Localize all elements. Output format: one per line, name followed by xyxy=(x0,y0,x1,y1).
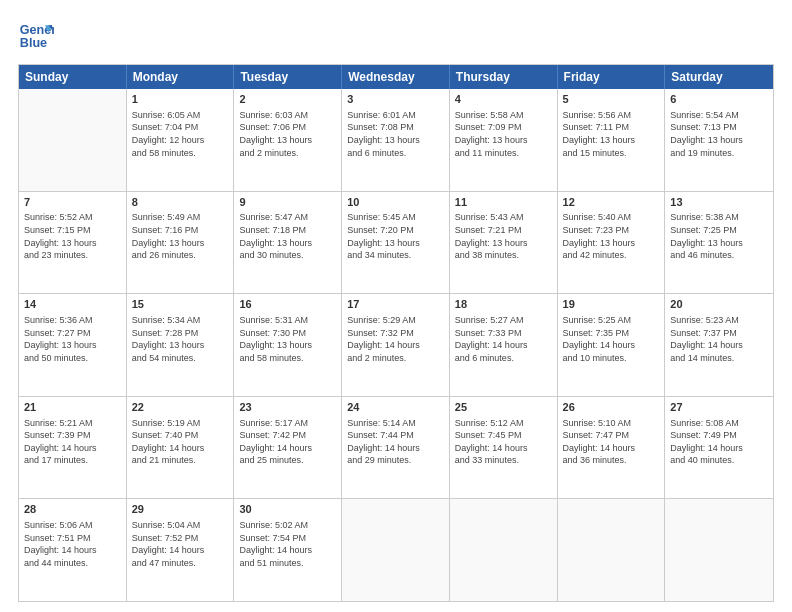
calendar-row-4: 21Sunrise: 5:21 AM Sunset: 7:39 PM Dayli… xyxy=(19,397,773,500)
cell-info: Sunrise: 5:25 AM Sunset: 7:35 PM Dayligh… xyxy=(563,314,660,364)
calendar-cell: 1Sunrise: 6:05 AM Sunset: 7:04 PM Daylig… xyxy=(127,89,235,191)
cell-date-number: 5 xyxy=(563,92,660,107)
calendar-cell: 30Sunrise: 5:02 AM Sunset: 7:54 PM Dayli… xyxy=(234,499,342,601)
cell-date-number: 23 xyxy=(239,400,336,415)
cell-info: Sunrise: 5:52 AM Sunset: 7:15 PM Dayligh… xyxy=(24,211,121,261)
cell-date-number: 6 xyxy=(670,92,768,107)
calendar-row-2: 7Sunrise: 5:52 AM Sunset: 7:15 PM Daylig… xyxy=(19,192,773,295)
calendar-cell: 2Sunrise: 6:03 AM Sunset: 7:06 PM Daylig… xyxy=(234,89,342,191)
cell-info: Sunrise: 5:06 AM Sunset: 7:51 PM Dayligh… xyxy=(24,519,121,569)
calendar-row-1: 1Sunrise: 6:05 AM Sunset: 7:04 PM Daylig… xyxy=(19,89,773,192)
cell-date-number: 17 xyxy=(347,297,444,312)
cell-date-number: 16 xyxy=(239,297,336,312)
cell-date-number: 1 xyxy=(132,92,229,107)
header-day-sunday: Sunday xyxy=(19,65,127,89)
page: General Blue SundayMondayTuesdayWednesda… xyxy=(0,0,792,612)
cell-info: Sunrise: 5:47 AM Sunset: 7:18 PM Dayligh… xyxy=(239,211,336,261)
calendar-cell: 23Sunrise: 5:17 AM Sunset: 7:42 PM Dayli… xyxy=(234,397,342,499)
header: General Blue xyxy=(18,18,774,54)
cell-date-number: 7 xyxy=(24,195,121,210)
calendar-row-5: 28Sunrise: 5:06 AM Sunset: 7:51 PM Dayli… xyxy=(19,499,773,601)
cell-info: Sunrise: 5:31 AM Sunset: 7:30 PM Dayligh… xyxy=(239,314,336,364)
calendar-cell: 21Sunrise: 5:21 AM Sunset: 7:39 PM Dayli… xyxy=(19,397,127,499)
calendar-cell xyxy=(665,499,773,601)
calendar-cell xyxy=(450,499,558,601)
calendar-header: SundayMondayTuesdayWednesdayThursdayFrid… xyxy=(19,65,773,89)
cell-info: Sunrise: 5:12 AM Sunset: 7:45 PM Dayligh… xyxy=(455,417,552,467)
cell-info: Sunrise: 6:01 AM Sunset: 7:08 PM Dayligh… xyxy=(347,109,444,159)
cell-date-number: 22 xyxy=(132,400,229,415)
cell-date-number: 12 xyxy=(563,195,660,210)
cell-info: Sunrise: 5:54 AM Sunset: 7:13 PM Dayligh… xyxy=(670,109,768,159)
svg-text:Blue: Blue xyxy=(20,36,47,50)
cell-date-number: 30 xyxy=(239,502,336,517)
calendar-cell: 3Sunrise: 6:01 AM Sunset: 7:08 PM Daylig… xyxy=(342,89,450,191)
calendar-cell: 4Sunrise: 5:58 AM Sunset: 7:09 PM Daylig… xyxy=(450,89,558,191)
header-day-tuesday: Tuesday xyxy=(234,65,342,89)
calendar-cell: 13Sunrise: 5:38 AM Sunset: 7:25 PM Dayli… xyxy=(665,192,773,294)
cell-info: Sunrise: 5:29 AM Sunset: 7:32 PM Dayligh… xyxy=(347,314,444,364)
calendar-cell xyxy=(342,499,450,601)
calendar-cell: 24Sunrise: 5:14 AM Sunset: 7:44 PM Dayli… xyxy=(342,397,450,499)
cell-info: Sunrise: 5:27 AM Sunset: 7:33 PM Dayligh… xyxy=(455,314,552,364)
cell-info: Sunrise: 5:34 AM Sunset: 7:28 PM Dayligh… xyxy=(132,314,229,364)
cell-info: Sunrise: 5:49 AM Sunset: 7:16 PM Dayligh… xyxy=(132,211,229,261)
header-day-wednesday: Wednesday xyxy=(342,65,450,89)
header-day-friday: Friday xyxy=(558,65,666,89)
calendar-cell: 9Sunrise: 5:47 AM Sunset: 7:18 PM Daylig… xyxy=(234,192,342,294)
cell-info: Sunrise: 5:19 AM Sunset: 7:40 PM Dayligh… xyxy=(132,417,229,467)
cell-date-number: 19 xyxy=(563,297,660,312)
calendar-cell: 5Sunrise: 5:56 AM Sunset: 7:11 PM Daylig… xyxy=(558,89,666,191)
cell-date-number: 2 xyxy=(239,92,336,107)
cell-info: Sunrise: 5:36 AM Sunset: 7:27 PM Dayligh… xyxy=(24,314,121,364)
calendar-cell: 25Sunrise: 5:12 AM Sunset: 7:45 PM Dayli… xyxy=(450,397,558,499)
calendar-cell: 15Sunrise: 5:34 AM Sunset: 7:28 PM Dayli… xyxy=(127,294,235,396)
calendar-cell: 20Sunrise: 5:23 AM Sunset: 7:37 PM Dayli… xyxy=(665,294,773,396)
cell-date-number: 27 xyxy=(670,400,768,415)
calendar-cell: 26Sunrise: 5:10 AM Sunset: 7:47 PM Dayli… xyxy=(558,397,666,499)
cell-info: Sunrise: 5:10 AM Sunset: 7:47 PM Dayligh… xyxy=(563,417,660,467)
cell-date-number: 21 xyxy=(24,400,121,415)
cell-info: Sunrise: 5:14 AM Sunset: 7:44 PM Dayligh… xyxy=(347,417,444,467)
calendar-cell: 22Sunrise: 5:19 AM Sunset: 7:40 PM Dayli… xyxy=(127,397,235,499)
cell-date-number: 25 xyxy=(455,400,552,415)
cell-date-number: 9 xyxy=(239,195,336,210)
cell-info: Sunrise: 5:40 AM Sunset: 7:23 PM Dayligh… xyxy=(563,211,660,261)
calendar-cell: 16Sunrise: 5:31 AM Sunset: 7:30 PM Dayli… xyxy=(234,294,342,396)
calendar-row-3: 14Sunrise: 5:36 AM Sunset: 7:27 PM Dayli… xyxy=(19,294,773,397)
calendar-cell xyxy=(19,89,127,191)
calendar-cell: 8Sunrise: 5:49 AM Sunset: 7:16 PM Daylig… xyxy=(127,192,235,294)
cell-date-number: 28 xyxy=(24,502,121,517)
cell-date-number: 14 xyxy=(24,297,121,312)
cell-info: Sunrise: 5:38 AM Sunset: 7:25 PM Dayligh… xyxy=(670,211,768,261)
cell-info: Sunrise: 5:45 AM Sunset: 7:20 PM Dayligh… xyxy=(347,211,444,261)
cell-info: Sunrise: 5:02 AM Sunset: 7:54 PM Dayligh… xyxy=(239,519,336,569)
cell-date-number: 3 xyxy=(347,92,444,107)
cell-date-number: 8 xyxy=(132,195,229,210)
calendar-cell: 17Sunrise: 5:29 AM Sunset: 7:32 PM Dayli… xyxy=(342,294,450,396)
cell-info: Sunrise: 5:04 AM Sunset: 7:52 PM Dayligh… xyxy=(132,519,229,569)
calendar-cell: 18Sunrise: 5:27 AM Sunset: 7:33 PM Dayli… xyxy=(450,294,558,396)
calendar-cell: 19Sunrise: 5:25 AM Sunset: 7:35 PM Dayli… xyxy=(558,294,666,396)
calendar-cell: 12Sunrise: 5:40 AM Sunset: 7:23 PM Dayli… xyxy=(558,192,666,294)
calendar-cell: 14Sunrise: 5:36 AM Sunset: 7:27 PM Dayli… xyxy=(19,294,127,396)
cell-info: Sunrise: 5:23 AM Sunset: 7:37 PM Dayligh… xyxy=(670,314,768,364)
calendar-cell: 6Sunrise: 5:54 AM Sunset: 7:13 PM Daylig… xyxy=(665,89,773,191)
cell-info: Sunrise: 5:08 AM Sunset: 7:49 PM Dayligh… xyxy=(670,417,768,467)
cell-date-number: 15 xyxy=(132,297,229,312)
calendar-cell: 11Sunrise: 5:43 AM Sunset: 7:21 PM Dayli… xyxy=(450,192,558,294)
header-day-monday: Monday xyxy=(127,65,235,89)
cell-date-number: 20 xyxy=(670,297,768,312)
calendar-cell: 27Sunrise: 5:08 AM Sunset: 7:49 PM Dayli… xyxy=(665,397,773,499)
calendar-cell: 28Sunrise: 5:06 AM Sunset: 7:51 PM Dayli… xyxy=(19,499,127,601)
cell-date-number: 13 xyxy=(670,195,768,210)
cell-date-number: 26 xyxy=(563,400,660,415)
calendar-cell: 10Sunrise: 5:45 AM Sunset: 7:20 PM Dayli… xyxy=(342,192,450,294)
cell-info: Sunrise: 5:21 AM Sunset: 7:39 PM Dayligh… xyxy=(24,417,121,467)
cell-info: Sunrise: 5:17 AM Sunset: 7:42 PM Dayligh… xyxy=(239,417,336,467)
header-day-thursday: Thursday xyxy=(450,65,558,89)
cell-date-number: 24 xyxy=(347,400,444,415)
cell-info: Sunrise: 6:05 AM Sunset: 7:04 PM Dayligh… xyxy=(132,109,229,159)
cell-info: Sunrise: 5:56 AM Sunset: 7:11 PM Dayligh… xyxy=(563,109,660,159)
cell-info: Sunrise: 5:43 AM Sunset: 7:21 PM Dayligh… xyxy=(455,211,552,261)
